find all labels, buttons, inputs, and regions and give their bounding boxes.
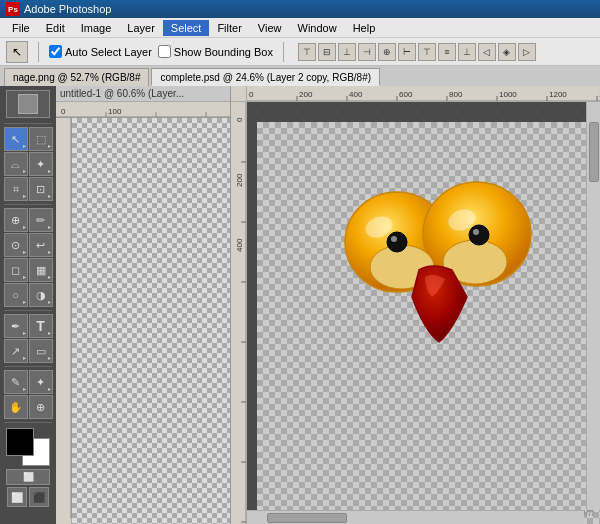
distribute-bottom-icon[interactable]: ⊥ xyxy=(458,43,476,61)
distribute-hcenter-icon[interactable]: ◈ xyxy=(498,43,516,61)
artwork-svg xyxy=(257,122,600,524)
tool-row-2: ⌓ ▸ ✦ ▸ xyxy=(4,152,53,176)
pen-tool-btn[interactable]: ✒ ▸ xyxy=(4,314,28,338)
move-tool-btn[interactable]: ↖ ▸ xyxy=(4,127,28,151)
standard-mode-btn[interactable]: ⬜ xyxy=(6,469,50,485)
slice-tool-btn[interactable]: ⊡ ▸ xyxy=(29,177,53,201)
arrow-icon8: ▸ xyxy=(48,223,51,230)
svg-text:400: 400 xyxy=(235,238,244,252)
align-vcenter-icon[interactable]: ⊟ xyxy=(318,43,336,61)
notes-icon: ✎ xyxy=(11,376,20,389)
menu-file[interactable]: File xyxy=(4,20,38,36)
bounding-box-input[interactable] xyxy=(158,45,171,58)
blur-icon: ○ xyxy=(12,289,19,301)
healing-tool-btn[interactable]: ⊕ ▸ xyxy=(4,208,28,232)
crop-tool-btn[interactable]: ⌗ ▸ xyxy=(4,177,28,201)
auto-select-input[interactable] xyxy=(49,45,62,58)
tool-options-move[interactable]: ↖ xyxy=(6,41,28,63)
menu-layer[interactable]: Layer xyxy=(119,20,163,36)
vertical-scrollbar[interactable] xyxy=(586,102,600,510)
auto-select-label: Auto Select Layer xyxy=(65,46,152,58)
toolbar-sep3 xyxy=(4,310,52,311)
toolbar-sep5 xyxy=(4,422,52,423)
distribute-right-icon[interactable]: ▷ xyxy=(518,43,536,61)
distribute-left-icon[interactable]: ◁ xyxy=(478,43,496,61)
stamp-tool-btn[interactable]: ⊙ ▸ xyxy=(4,233,28,257)
menu-filter[interactable]: Filter xyxy=(209,20,249,36)
tab-image1-label: nage.png @ 52.7% (RGB/8# xyxy=(13,72,140,83)
align-top-icon[interactable]: ⊤ xyxy=(298,43,316,61)
svg-text:200: 200 xyxy=(299,90,313,99)
align-hcenter-icon[interactable]: ⊕ xyxy=(378,43,396,61)
menu-view[interactable]: View xyxy=(250,20,290,36)
screen-mode-row: ⬜ ⬛ xyxy=(7,487,49,507)
panel-top-ruler: 0 100 xyxy=(56,102,230,118)
ps-logo-icon: Ps xyxy=(6,2,20,16)
auto-select-layer-checkbox[interactable]: Auto Select Layer xyxy=(49,45,152,58)
eyedropper-tool-btn[interactable]: ✦ ▸ xyxy=(29,370,53,394)
path-select-icon: ↗ xyxy=(11,345,20,358)
show-bounding-box-checkbox[interactable]: Show Bounding Box xyxy=(158,45,273,58)
zoom-tool-btn[interactable]: ⊕ xyxy=(29,395,53,419)
dodge-tool-btn[interactable]: ◑ ▸ xyxy=(29,283,53,307)
blur-tool-btn[interactable]: ○ ▸ xyxy=(4,283,28,307)
h-scroll-thumb[interactable] xyxy=(267,513,347,523)
screen-mode-btn2[interactable]: ⬛ xyxy=(29,487,49,507)
top-ruler: 0 200 400 600 800 1000 1200 1400 xyxy=(247,86,600,102)
menu-help[interactable]: Help xyxy=(345,20,384,36)
ruler-corner xyxy=(231,86,247,102)
panel-canvas-label: untitled-1 @ 60.6% (Layer... xyxy=(60,88,184,99)
align-right-icon[interactable]: ⊢ xyxy=(398,43,416,61)
shape-tool-btn[interactable]: ▭ ▸ xyxy=(29,339,53,363)
svg-point-44 xyxy=(469,225,489,245)
menu-image[interactable]: Image xyxy=(73,20,120,36)
text-tool-btn[interactable]: T ▸ xyxy=(29,314,53,338)
marquee-tool-btn[interactable]: ⬚ ▸ xyxy=(29,127,53,151)
tool-preview-icon xyxy=(18,94,38,114)
notes-tool-btn[interactable]: ✎ ▸ xyxy=(4,370,28,394)
horizontal-scrollbar[interactable] xyxy=(247,510,584,524)
path-select-tool-btn[interactable]: ↗ ▸ xyxy=(4,339,28,363)
svg-text:0: 0 xyxy=(61,107,66,116)
tab-bar: nage.png @ 52.7% (RGB/8# complete.psd @ … xyxy=(0,66,600,86)
crop-icon: ⌗ xyxy=(13,183,19,196)
v-ruler-svg xyxy=(56,118,72,518)
arrow-icon12: ▸ xyxy=(48,273,51,280)
brush-tool-btn[interactable]: ✏ ▸ xyxy=(29,208,53,232)
lasso-tool-btn[interactable]: ⌓ ▸ xyxy=(4,152,28,176)
svg-point-45 xyxy=(473,229,479,235)
foreground-color-swatch[interactable] xyxy=(6,428,34,456)
history-icon: ↩ xyxy=(36,239,45,252)
svg-point-43 xyxy=(391,236,397,242)
menu-select[interactable]: Select xyxy=(163,20,210,36)
distribute-vcenter-icon[interactable]: ≡ xyxy=(438,43,456,61)
tab-image1[interactable]: nage.png @ 52.7% (RGB/8# xyxy=(4,68,149,86)
distribute-top-icon[interactable]: ⊤ xyxy=(418,43,436,61)
separator xyxy=(38,42,39,62)
align-bottom-icon[interactable]: ⊥ xyxy=(338,43,356,61)
tool-row-3: ⌗ ▸ ⊡ ▸ xyxy=(4,177,53,201)
panel-info-label: untitled-1 @ 60.6% (Layer... xyxy=(56,86,230,102)
canvas-area: 0 200 400 600 800 1000 1200 1400 xyxy=(231,86,600,524)
align-left-icon[interactable]: ⊣ xyxy=(358,43,376,61)
color-swatches[interactable] xyxy=(6,428,50,466)
eraser-tool-btn[interactable]: ◻ ▸ xyxy=(4,258,28,282)
svg-text:800: 800 xyxy=(449,90,463,99)
v-scroll-thumb[interactable] xyxy=(589,122,599,182)
svg-text:1200: 1200 xyxy=(549,90,567,99)
screen-mode-btn1[interactable]: ⬜ xyxy=(7,487,27,507)
canvas-viewport[interactable]: pxleyes.com xyxy=(247,102,600,524)
svg-text:400: 400 xyxy=(349,90,363,99)
align-icons: ⊤ ⊟ ⊥ ⊣ ⊕ ⊢ ⊤ ≡ ⊥ ◁ ◈ ▷ xyxy=(298,43,536,61)
mini-canvas xyxy=(72,118,230,524)
gradient-tool-btn[interactable]: ▦ ▸ xyxy=(29,258,53,282)
gradient-icon: ▦ xyxy=(36,264,46,277)
shape-icon: ▭ xyxy=(36,345,46,358)
menu-window[interactable]: Window xyxy=(290,20,345,36)
tab-complete[interactable]: complete.psd @ 24.6% (Layer 2 copy, RGB/… xyxy=(151,68,380,86)
magic-wand-tool-btn[interactable]: ✦ ▸ xyxy=(29,152,53,176)
arrow-icon15: ▸ xyxy=(23,329,26,336)
menu-edit[interactable]: Edit xyxy=(38,20,73,36)
hand-tool-btn[interactable]: ✋ xyxy=(4,395,28,419)
history-tool-btn[interactable]: ↩ ▸ xyxy=(29,233,53,257)
